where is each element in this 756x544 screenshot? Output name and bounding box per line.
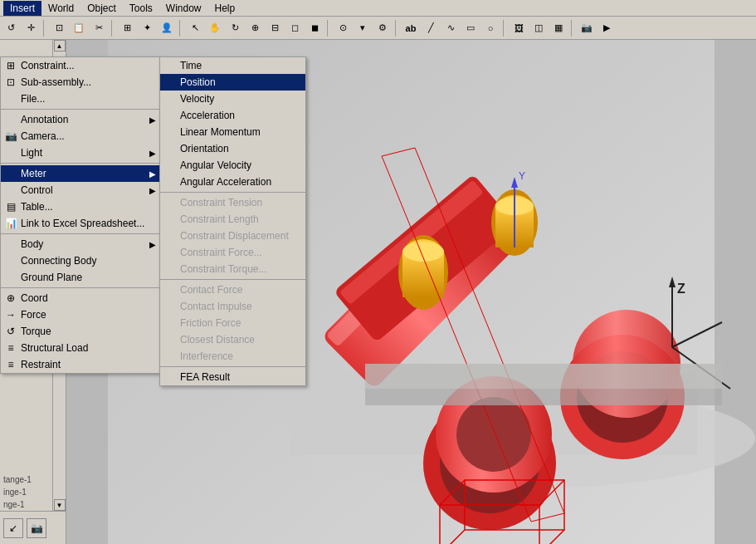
toolbar-btn-move[interactable]: ✛ xyxy=(22,19,40,37)
scroll-down-arrow[interactable]: ▼ xyxy=(54,499,66,511)
svg-rect-43 xyxy=(365,364,722,389)
menu-item-subassembly[interactable]: ⊡ Sub-assembly... xyxy=(1,74,161,91)
toolbar-btn-settings[interactable]: ⚙ xyxy=(373,19,392,37)
menu-sep-4 xyxy=(1,287,161,288)
toolbar-sep-3 xyxy=(179,20,183,37)
toolbar-btn-render[interactable]: ▶ xyxy=(597,19,616,37)
toolbar-btn-grid[interactable]: ⊞ xyxy=(118,19,136,37)
toolbar-btn-3d[interactable]: ◫ xyxy=(529,19,548,37)
svg-point-21 xyxy=(456,397,531,472)
toolbar-btn-fit[interactable]: ⊟ xyxy=(266,19,284,37)
meter-item-acceleration[interactable]: Acceleration xyxy=(160,107,305,124)
toolbar-btn-layer[interactable]: ▦ xyxy=(549,19,568,37)
meter-item-friction-force: Friction Force xyxy=(160,315,305,331)
meter-item-angular-acceleration[interactable]: Angular Acceleration xyxy=(160,174,305,190)
toolbar-btn-select[interactable]: ↖ xyxy=(186,19,204,37)
menu-item-camera[interactable]: 📷 Camera... xyxy=(1,128,161,145)
toolbar-btn-dropdown[interactable]: ▾ xyxy=(354,19,372,37)
menu-sep-1 xyxy=(1,109,161,110)
menu-item-coord[interactable]: ⊕ Coord xyxy=(1,290,161,306)
toolbar-btn-rect[interactable]: ▭ xyxy=(461,19,480,37)
toolbar-btn-paste[interactable]: 📋 xyxy=(70,19,88,37)
menu-item-torque[interactable]: ↺ Torque xyxy=(1,323,161,340)
meter-item-constraint-force: Constraint Force... xyxy=(160,244,305,261)
meter-item-position[interactable]: Position xyxy=(160,74,305,91)
meter-item-time[interactable]: Time xyxy=(160,57,305,74)
toolbar: ↺ ✛ ⊡ 📋 ✂ ⊞ ✦ 👤 ↖ ✋ ↻ ⊕ ⊟ ◻ ◼ ⊙ ▾ ⚙ ab ╱… xyxy=(0,17,756,40)
panel-btn-1[interactable]: ↙ xyxy=(3,518,23,538)
meter-item-constraint-length: Constraint Length xyxy=(160,211,305,228)
toolbar-btn-person[interactable]: 👤 xyxy=(158,19,176,37)
meter-item-orientation[interactable]: Orientation xyxy=(160,140,305,157)
meter-item-fea-result[interactable]: FEA Result xyxy=(160,369,305,385)
menu-item-restraint[interactable]: ≡ Restraint xyxy=(1,356,161,373)
svg-rect-44 xyxy=(365,389,722,405)
menu-tools[interactable]: Tools xyxy=(123,1,159,16)
menu-object[interactable]: Object xyxy=(80,1,123,16)
meter-item-linear-momentum[interactable]: Linear Momentum xyxy=(160,124,305,140)
force-icon: → xyxy=(4,308,17,321)
torque-icon: ↺ xyxy=(4,325,17,338)
meter-item-interference: Interference xyxy=(160,348,305,365)
structural-load-icon: ≡ xyxy=(4,341,17,355)
toolbar-btn-line[interactable]: ╱ xyxy=(422,19,440,37)
toolbar-sep-5 xyxy=(395,20,398,37)
toolbar-btn-img[interactable]: 🖼 xyxy=(510,19,528,37)
menu-item-connecting-body[interactable]: Connecting Body xyxy=(1,252,161,269)
insert-menu: ⊞ Constraint... ⊡ Sub-assembly... File..… xyxy=(0,56,162,374)
meter-item-angular-velocity[interactable]: Angular Velocity xyxy=(160,157,305,174)
menu-item-body[interactable]: Body ▶ xyxy=(1,236,161,252)
subassembly-icon: ⊡ xyxy=(4,76,17,89)
meter-sep-2 xyxy=(160,279,305,280)
menu-item-structural-load[interactable]: ≡ Structural Load xyxy=(1,340,161,356)
menu-item-force[interactable]: → Force xyxy=(1,306,161,323)
toolbar-btn-solid[interactable]: ◼ xyxy=(305,19,324,37)
toolbar-sep-2 xyxy=(111,20,115,37)
meter-item-velocity[interactable]: Velocity xyxy=(160,91,305,107)
toolbar-btn-rotate[interactable]: ↻ xyxy=(226,19,244,37)
svg-text:Z: Z xyxy=(677,282,685,296)
menu-item-file[interactable]: File... xyxy=(1,91,161,107)
menu-item-control[interactable]: Control ▶ xyxy=(1,182,161,198)
toolbar-sep-4 xyxy=(327,20,330,37)
toolbar-btn-camera[interactable]: 📷 xyxy=(578,19,596,37)
light-arrow: ▶ xyxy=(149,149,156,158)
menu-sep-2 xyxy=(1,163,161,164)
camera-icon: 📷 xyxy=(4,130,17,143)
toolbar-btn-snap[interactable]: ✦ xyxy=(138,19,156,37)
toolbar-btn-circ[interactable]: ○ xyxy=(481,19,500,37)
coord-icon: ⊕ xyxy=(4,292,17,305)
restraint-icon: ≡ xyxy=(4,358,17,371)
menu-insert[interactable]: Insert xyxy=(3,1,41,16)
toolbar-btn-wire[interactable]: ◻ xyxy=(285,19,304,37)
toolbar-btn-cut[interactable]: ✂ xyxy=(90,19,108,37)
menu-item-constraint[interactable]: ⊞ Constraint... xyxy=(1,57,161,74)
menu-item-link-excel[interactable]: 📊 Link to Excel Spreadsheet... xyxy=(1,215,161,232)
toolbar-btn-pan[interactable]: ✋ xyxy=(206,19,224,37)
panel-bottom-buttons: ↙ 📷 xyxy=(0,511,66,544)
toolbar-btn-circle[interactable]: ⊙ xyxy=(334,19,352,37)
menu-window[interactable]: Window xyxy=(159,1,208,16)
table-icon: ▤ xyxy=(4,200,17,213)
menu-world[interactable]: World xyxy=(41,1,80,16)
menu-item-light[interactable]: Light ▶ xyxy=(1,145,161,161)
menu-help[interactable]: Help xyxy=(208,1,242,16)
toolbar-btn-curve[interactable]: ∿ xyxy=(441,19,460,37)
toolbar-btn-zoom[interactable]: ⊕ xyxy=(246,19,264,37)
panel-btn-2[interactable]: 📷 xyxy=(27,518,46,538)
toolbar-btn-text[interactable]: ab xyxy=(402,19,420,37)
menu-item-meter[interactable]: Meter ▶ xyxy=(1,165,161,182)
svg-text:Y: Y xyxy=(519,170,525,182)
menu-item-annotation[interactable]: Annotation ▶ xyxy=(1,111,161,128)
menu-item-ground-plane[interactable]: Ground Plane xyxy=(1,269,161,286)
meter-item-constraint-displacement: Constraint Displacement xyxy=(160,228,305,244)
meter-item-constraint-tension: Constraint Tension xyxy=(160,194,305,211)
toolbar-btn-refresh[interactable]: ↺ xyxy=(2,19,20,37)
body-arrow: ▶ xyxy=(149,240,156,249)
meter-item-closest-distance: Closest Distance xyxy=(160,331,305,348)
menu-item-table[interactable]: ▤ Table... xyxy=(1,198,161,215)
menubar: Insert World Object Tools Window Help xyxy=(0,0,756,17)
toolbar-btn-copy[interactable]: ⊡ xyxy=(50,19,68,37)
annotation-arrow: ▶ xyxy=(149,115,156,125)
scroll-up-arrow[interactable]: ▲ xyxy=(54,40,66,51)
